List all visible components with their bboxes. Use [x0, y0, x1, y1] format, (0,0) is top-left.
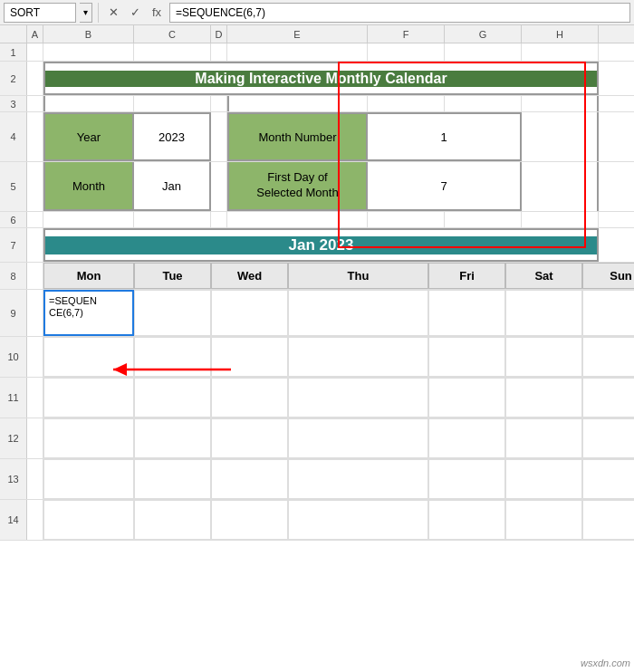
cancel-formula-button[interactable]: ✕ — [104, 4, 122, 22]
cell-f1[interactable] — [368, 43, 445, 61]
cell-b3[interactable] — [43, 96, 134, 111]
cell-d13[interactable] — [211, 459, 288, 499]
cell-month-label[interactable]: Month — [43, 162, 134, 211]
cell-a12[interactable] — [27, 418, 43, 458]
cell-a9[interactable] — [27, 290, 43, 336]
cell-c11[interactable] — [134, 378, 211, 418]
cell-c1[interactable] — [134, 43, 211, 61]
cell-h1[interactable] — [522, 43, 599, 61]
cell-c12[interactable] — [134, 418, 211, 458]
cell-b14[interactable] — [43, 500, 134, 540]
cell-a4[interactable] — [27, 112, 43, 161]
cell-h11[interactable] — [582, 378, 634, 418]
cell-g10[interactable] — [505, 337, 582, 377]
cell-f9[interactable] — [428, 290, 505, 336]
cell-thu-header[interactable]: Thu — [288, 263, 428, 289]
cell-d11[interactable] — [211, 378, 288, 418]
cell-d5[interactable] — [211, 162, 227, 211]
cell-e1[interactable] — [227, 43, 368, 61]
cell-c3[interactable] — [134, 96, 211, 111]
cell-g9[interactable] — [505, 290, 582, 336]
cell-b9-formula[interactable]: =SEQUEN CE(6,7) — [43, 290, 134, 336]
cell-title[interactable]: Making Interactive Monthly Calendar — [43, 62, 599, 95]
cell-d9[interactable] — [211, 290, 288, 336]
col-header-b[interactable]: B — [43, 25, 134, 43]
cell-a7[interactable] — [27, 228, 43, 262]
cell-h10[interactable] — [582, 337, 634, 377]
col-header-h[interactable]: H — [522, 25, 599, 43]
cell-f10[interactable] — [428, 337, 505, 377]
cell-c6[interactable] — [134, 212, 211, 227]
col-header-a[interactable]: A — [27, 25, 43, 43]
cell-wed-header[interactable]: Wed — [211, 263, 288, 289]
cell-g14[interactable] — [505, 500, 582, 540]
cell-b11[interactable] — [43, 378, 134, 418]
cell-fri-header[interactable]: Fri — [428, 263, 505, 289]
cell-h6[interactable] — [522, 212, 599, 227]
cell-e14[interactable] — [288, 500, 428, 540]
cell-year-label[interactable]: Year — [43, 112, 134, 161]
cell-h3[interactable] — [522, 96, 599, 111]
cell-g6[interactable] — [445, 212, 522, 227]
calendar-header-cell[interactable]: Jan 2023 — [43, 228, 599, 262]
col-header-f[interactable]: F — [368, 25, 445, 43]
cell-a2[interactable] — [27, 62, 43, 95]
cell-d6[interactable] — [211, 212, 227, 227]
cell-c9[interactable] — [134, 290, 211, 336]
cell-first-day-value[interactable]: 7 — [368, 162, 522, 211]
cell-a8[interactable] — [27, 263, 43, 289]
cell-e11[interactable] — [288, 378, 428, 418]
cell-mon-header[interactable]: Mon — [43, 263, 134, 289]
cell-g11[interactable] — [505, 378, 582, 418]
cell-f12[interactable] — [428, 418, 505, 458]
cell-b13[interactable] — [43, 459, 134, 499]
cell-f14[interactable] — [428, 500, 505, 540]
name-box-dropdown[interactable]: ▾ — [80, 3, 92, 23]
cell-g13[interactable] — [505, 459, 582, 499]
cell-year-value[interactable]: 2023 — [134, 112, 211, 161]
cell-g3[interactable] — [445, 96, 522, 111]
cell-d12[interactable] — [211, 418, 288, 458]
cell-f11[interactable] — [428, 378, 505, 418]
cell-g12[interactable] — [505, 418, 582, 458]
cell-g1[interactable] — [445, 43, 522, 61]
cell-month-value[interactable]: Jan — [134, 162, 211, 211]
cell-a6[interactable] — [27, 212, 43, 227]
cell-sun-header[interactable]: Sun — [582, 263, 634, 289]
cell-e10[interactable] — [288, 337, 428, 377]
cell-e13[interactable] — [288, 459, 428, 499]
col-header-e[interactable]: E — [227, 25, 368, 43]
insert-function-button[interactable]: fx — [148, 4, 166, 22]
name-box[interactable]: SORT — [4, 3, 76, 23]
cell-d1[interactable] — [211, 43, 227, 61]
cell-d4[interactable] — [211, 112, 227, 161]
cell-sat-header[interactable]: Sat — [505, 263, 582, 289]
cell-h14[interactable] — [582, 500, 634, 540]
cell-d10[interactable] — [211, 337, 288, 377]
cell-h5[interactable] — [522, 162, 599, 211]
cell-tue-header[interactable]: Tue — [134, 263, 211, 289]
col-header-d[interactable]: D — [211, 25, 227, 43]
cell-f13[interactable] — [428, 459, 505, 499]
cell-a3[interactable] — [27, 96, 43, 111]
cell-c14[interactable] — [134, 500, 211, 540]
col-header-c[interactable]: C — [134, 25, 211, 43]
cell-h9[interactable] — [582, 290, 634, 336]
col-header-g[interactable]: G — [445, 25, 522, 43]
cell-a14[interactable] — [27, 500, 43, 540]
cell-e6[interactable] — [227, 212, 368, 227]
cell-b1[interactable] — [43, 43, 134, 61]
cell-h12[interactable] — [582, 418, 634, 458]
cell-h13[interactable] — [582, 459, 634, 499]
cell-e12[interactable] — [288, 418, 428, 458]
cell-d14[interactable] — [211, 500, 288, 540]
cell-b6[interactable] — [43, 212, 134, 227]
cell-a5[interactable] — [27, 162, 43, 211]
cell-f6[interactable] — [368, 212, 445, 227]
cell-c10[interactable] — [134, 337, 211, 377]
cell-a1[interactable] — [27, 43, 43, 61]
formula-input[interactable] — [169, 3, 630, 23]
cell-e3[interactable] — [227, 96, 368, 111]
cell-b10[interactable] — [43, 337, 134, 377]
cell-month-number-value[interactable]: 1 — [368, 112, 522, 161]
